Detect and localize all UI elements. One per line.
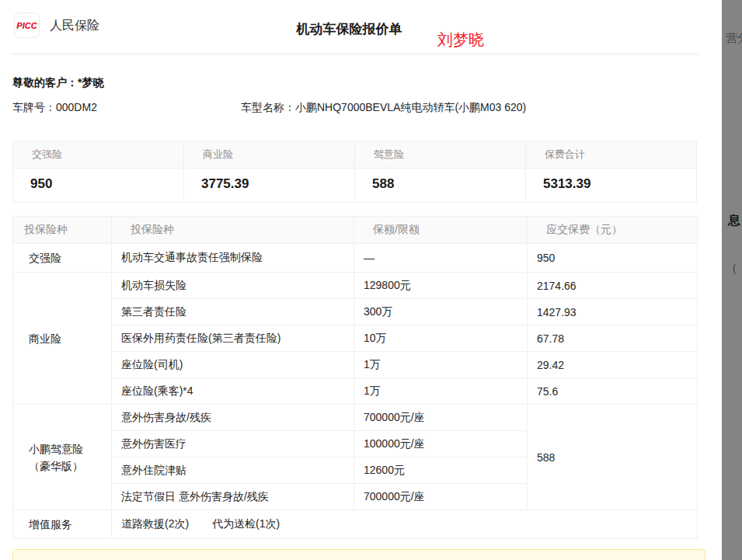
quote-page: PICC 人民保险 机动车保险报价单 刘梦晓 尊敬的客户：*梦晓 车牌号：000… [0,0,742,560]
product-cell: 意外伤害身故/残疾 [112,405,354,431]
group-cell-syx: 商业险 [13,273,112,405]
vehicle-info-row: 车牌号：000DM2 车型名称：小鹏NHQ7000BEVLA纯电动轿车(小鹏M0… [12,101,698,115]
group-cell-jyx: 小鹏驾意险 （豪华版） [13,405,112,510]
dimmed-overlay-strip: 营分 息 （ [722,0,742,560]
value-added-services-cell: 道路救援(2次) 代为送检(1次) [112,510,698,539]
product-cell: 座位险(司机) [112,352,354,378]
clipped-text-fragment: 息 [728,213,740,229]
page-title: 机动车保险报价单 [12,20,686,38]
col-header-premium: 应交保费（元） [528,217,698,244]
amount-cell: 129800元 [354,273,528,299]
product-cell: 机动车交通事故责任强制保险 [112,244,354,273]
customer-greeting: 尊敬的客户：*梦晓 [12,76,103,90]
amount-cell: 100000元/座 [354,431,528,457]
summary-label-total: 保费合计 [526,141,697,169]
table-row: 小鹏驾意险 （豪华版） 意外伤害身故/残疾 700000元/座 588 [13,405,698,431]
product-cell: 座位险(乘客)*4 [112,378,354,405]
model-value: 小鹏NHQ7000BEVLA纯电动轿车(小鹏M03 620) [295,101,526,113]
summary-label-jqx: 交强险 [13,141,184,169]
premium-cell: 67.78 [528,325,698,352]
premium-cell: 1427.93 [528,299,698,325]
table-row: 医保外用药责任险(第三者责任险) 10万 67.78 [13,325,698,352]
table-row: 座位险(乘客)*4 1万 75.6 [13,378,698,405]
summary-label-syx: 商业险 [184,141,355,169]
clipped-text-fragment: 营分 [726,31,742,46]
col-header-category: 投保险种 [13,217,112,244]
amount-cell: 10万 [354,325,528,352]
col-header-product: 投保险种 [112,217,354,244]
premium-summary-table: 交强险 商业险 驾意险 保费合计 950 3775.39 588 5313.39 [12,141,697,203]
notice-alert [12,549,705,560]
col-header-amount: 保额/限额 [354,217,528,244]
coverage-detail-table: 投保险种 投保险种 保额/限额 应交保费（元） 交强险 机动车交通事故责任强制保… [12,216,698,539]
product-cell: 法定节假日 意外伤害身故/残疾 [112,484,354,510]
summary-header-row: 交强险 商业险 驾意险 保费合计 [13,141,697,169]
clipped-text-fragment: （ [726,261,737,276]
premium-cell-jyx: 588 [528,405,698,510]
summary-value-row: 950 3775.39 588 5313.39 [13,169,697,203]
amount-cell: 12600元 [354,457,528,484]
detail-header-row: 投保险种 投保险种 保额/限额 应交保费（元） [13,217,698,244]
amount-cell: 1万 [354,352,528,378]
amount-cell: 700000元/座 [354,484,528,510]
summary-label-jyx: 驾意险 [355,141,526,169]
amount-cell: 1万 [354,378,528,405]
product-cell: 医保外用药责任险(第三者责任险) [112,325,354,352]
product-cell: 机动车损失险 [112,273,354,299]
plate-value: 000DM2 [56,101,97,113]
amount-cell: 300万 [354,299,528,325]
table-row: 增值服务 道路救援(2次) 代为送检(1次) [13,510,698,539]
summary-value-total: 5313.39 [526,169,697,203]
summary-value-jqx: 950 [13,169,184,203]
group-cell-jqx: 交强险 [13,244,112,273]
table-row: 座位险(司机) 1万 29.42 [13,352,698,378]
summary-value-jyx: 588 [355,169,526,203]
agent-annotation: 刘梦晓 [437,30,484,50]
group-cell-vas: 增值服务 [13,510,112,539]
premium-cell: 29.42 [528,352,698,378]
product-cell: 意外伤害医疗 [112,431,354,457]
summary-value-syx: 3775.39 [184,169,355,203]
model-label: 车型名称： [241,101,295,113]
premium-cell: 75.6 [528,378,698,405]
header-divider [12,54,698,54]
product-cell: 第三者责任险 [112,299,354,325]
vehicle-model: 车型名称：小鹏NHQ7000BEVLA纯电动轿车(小鹏M03 620) [241,101,526,115]
plate-label: 车牌号： [12,101,56,113]
amount-cell: — [354,244,528,273]
service-item: 代为送检(1次) [212,517,280,530]
table-row: 商业险 机动车损失险 129800元 2174.66 [13,273,698,299]
premium-cell: 2174.66 [528,273,698,299]
service-item: 道路救援(2次) [121,517,189,530]
table-row: 第三者责任险 300万 1427.93 [13,299,698,325]
amount-cell: 700000元/座 [354,405,528,431]
table-row: 交强险 机动车交通事故责任强制保险 — 950 [13,244,698,273]
product-cell: 意外住院津贴 [112,457,354,484]
premium-cell: 950 [528,244,698,273]
